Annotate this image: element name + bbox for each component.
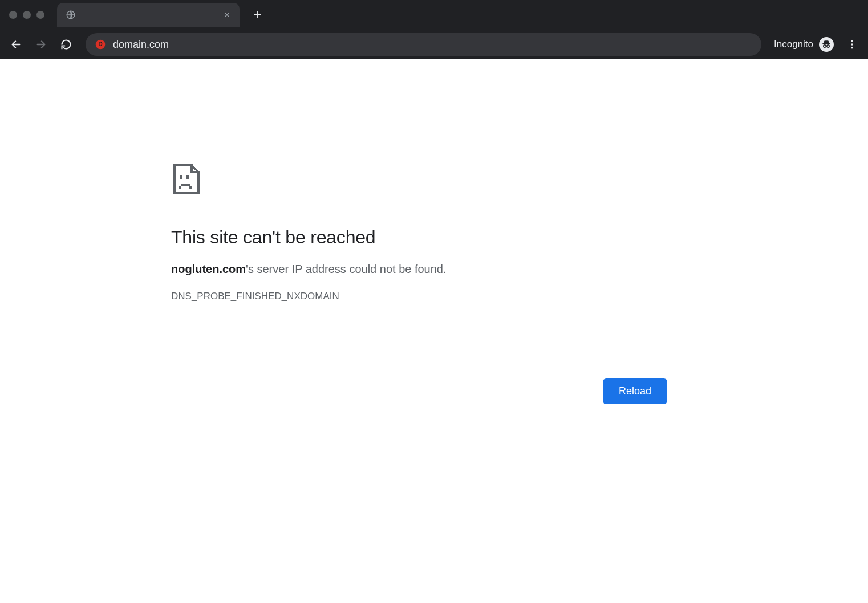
window-zoom-dot[interactable]: [36, 11, 44, 19]
error-code: DNS_PROBE_FINISHED_NXDOMAIN: [171, 291, 667, 302]
svg-rect-10: [186, 175, 189, 180]
svg-point-8: [851, 47, 853, 48]
svg-rect-11: [181, 184, 190, 186]
incognito-label: Incognito: [774, 39, 813, 50]
new-tab-button[interactable]: [248, 5, 267, 25]
sad-page-icon: [171, 162, 202, 196]
reload-icon-button[interactable]: [56, 34, 76, 55]
forward-button[interactable]: [31, 34, 51, 55]
site-badge-icon: D: [95, 39, 106, 50]
close-icon[interactable]: [222, 10, 232, 19]
error-title: This site can't be reached: [171, 227, 667, 248]
kebab-menu-button[interactable]: [842, 34, 862, 55]
svg-point-4: [824, 45, 826, 48]
tab-strip: [0, 0, 868, 30]
browser-tab[interactable]: [57, 3, 240, 27]
svg-point-7: [851, 43, 853, 45]
svg-point-5: [827, 45, 830, 48]
back-button[interactable]: [6, 34, 26, 55]
svg-text:D: D: [98, 41, 102, 47]
toolbar: D domain.com Incognito: [0, 30, 868, 59]
window-close-dot[interactable]: [9, 11, 17, 19]
globe-icon: [65, 9, 76, 21]
address-bar-text[interactable]: domain.com: [113, 39, 169, 51]
browser-chrome: D domain.com Incognito: [0, 0, 868, 59]
error-domain: nogluten.com: [171, 263, 246, 275]
window-minimize-dot[interactable]: [23, 11, 31, 19]
error-message: nogluten.com's server IP address could n…: [171, 263, 667, 276]
error-box: This site can't be reached nogluten.com'…: [171, 162, 667, 302]
svg-rect-12: [179, 186, 182, 189]
incognito-indicator: Incognito: [770, 37, 837, 52]
window-controls: [6, 11, 49, 19]
svg-rect-13: [189, 186, 192, 189]
incognito-icon: [819, 37, 834, 52]
reload-button[interactable]: Reload: [603, 378, 667, 404]
address-bar[interactable]: D domain.com: [86, 33, 761, 56]
page-content: This site can't be reached nogluten.com'…: [0, 59, 868, 603]
svg-rect-3: [822, 43, 830, 44]
error-message-suffix: 's server IP address could not be found.: [246, 263, 446, 275]
svg-point-6: [851, 40, 853, 42]
svg-rect-9: [180, 175, 182, 180]
